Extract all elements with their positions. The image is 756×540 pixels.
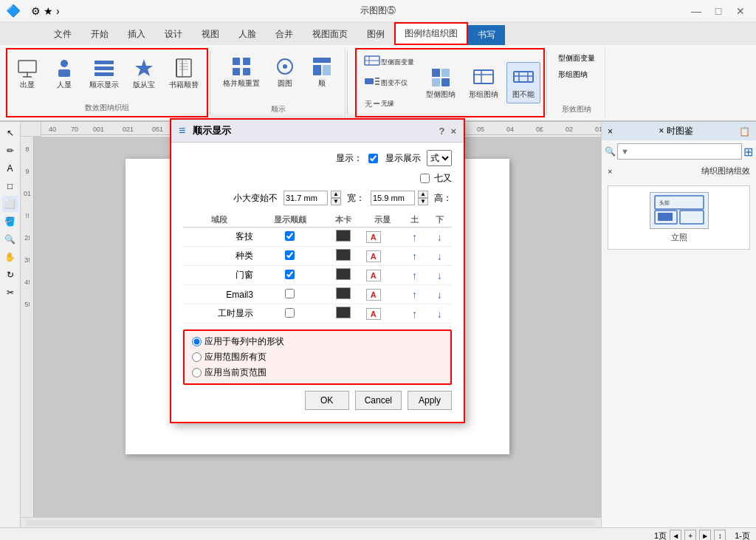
option-current-page-label: 应用当前页范围 bbox=[205, 366, 267, 379]
field-down-1: ↓ bbox=[427, 228, 452, 247]
up-arrow-1[interactable]: ↑ bbox=[412, 231, 417, 243]
field-name-3: 门窗 bbox=[183, 266, 256, 285]
up-arrow-2[interactable]: ↑ bbox=[412, 250, 417, 262]
dialog-title-text: 顺示显示 bbox=[193, 124, 231, 137]
cancel-button[interactable]: Cancel bbox=[355, 391, 402, 410]
field-color-2 bbox=[324, 247, 363, 266]
radio-current-page[interactable] bbox=[192, 368, 202, 377]
up-arrow-5[interactable]: ↑ bbox=[412, 308, 417, 320]
field-down-4: ↓ bbox=[427, 285, 452, 304]
color-btn-2[interactable] bbox=[336, 249, 351, 261]
down-arrow-1[interactable]: ↓ bbox=[437, 231, 442, 243]
col-show-col: 示显 bbox=[363, 213, 402, 228]
dialog-overlay: ≡ 顺示显示 ? × 显示： 显示展示 式 七又 bbox=[0, 0, 756, 540]
up-arrow-4[interactable]: ↑ bbox=[412, 289, 417, 301]
field-name-4: Email3 bbox=[183, 285, 256, 304]
fix-checkbox[interactable] bbox=[420, 174, 430, 183]
field-text-3: A bbox=[363, 266, 402, 285]
option-all-shapes[interactable]: 应用于每列中的形状 bbox=[192, 335, 443, 348]
visible-check-5[interactable] bbox=[285, 308, 295, 318]
visible-check-4[interactable] bbox=[285, 289, 295, 298]
col-color: 本卡 bbox=[324, 213, 363, 228]
col-down: 下 bbox=[427, 213, 452, 228]
col-field: 域段 bbox=[183, 213, 256, 228]
dialog-close-btn[interactable]: × bbox=[450, 126, 456, 137]
col-visible: 显示顺颇 bbox=[256, 213, 324, 228]
dialog-title-icon: ≡ bbox=[179, 124, 185, 137]
field-visible-2 bbox=[256, 247, 324, 266]
text-btn-2[interactable]: A bbox=[366, 250, 381, 262]
height-down-btn[interactable]: ▼ bbox=[418, 198, 428, 205]
text-btn-4[interactable]: A bbox=[366, 289, 381, 301]
dialog-help-btn[interactable]: ? bbox=[439, 126, 444, 137]
size-label: 小大变始不 bbox=[233, 192, 278, 205]
dialog-title-left: ≡ 顺示显示 bbox=[179, 124, 231, 137]
show-display-text: 显示展示 bbox=[385, 152, 421, 165]
field-visible-3 bbox=[256, 266, 324, 285]
field-name-2: 种类 bbox=[183, 247, 256, 266]
width-up-btn[interactable]: ▲ bbox=[331, 191, 341, 198]
table-row: 种类 A ↑ ↓ bbox=[183, 247, 452, 266]
display-dropdown[interactable]: 式 bbox=[427, 150, 452, 166]
field-visible-4 bbox=[256, 285, 324, 304]
visible-check-2[interactable] bbox=[285, 250, 295, 260]
down-arrow-2[interactable]: ↓ bbox=[437, 250, 442, 262]
height-label: 高： bbox=[434, 192, 452, 205]
apply-button[interactable]: Apply bbox=[408, 391, 452, 410]
col-up: 土 bbox=[402, 213, 427, 228]
height-input-group: ▲ ▼ bbox=[371, 191, 428, 205]
field-down-2: ↓ bbox=[427, 247, 452, 266]
text-btn-1[interactable]: A bbox=[366, 231, 381, 243]
fix-label: 七又 bbox=[434, 172, 452, 185]
option-all-pages[interactable]: 应用范围所有页 bbox=[192, 351, 443, 363]
down-arrow-3[interactable]: ↓ bbox=[437, 270, 442, 281]
field-up-1: ↑ bbox=[402, 228, 427, 247]
field-visible-5 bbox=[256, 304, 324, 324]
fix-row: 七又 bbox=[183, 172, 452, 185]
field-name-5: 工时显示 bbox=[183, 304, 256, 324]
field-up-5: ↑ bbox=[402, 304, 427, 324]
down-arrow-5[interactable]: ↓ bbox=[437, 308, 442, 320]
color-btn-3[interactable] bbox=[336, 268, 351, 280]
color-btn-5[interactable] bbox=[336, 307, 351, 318]
dialog-footer-options: 应用于每列中的形状 应用范围所有页 应用当前页范围 bbox=[183, 329, 452, 385]
dialog-buttons: OK Cancel Apply bbox=[183, 391, 452, 414]
radio-all-shapes[interactable] bbox=[192, 337, 202, 346]
height-input[interactable] bbox=[371, 191, 415, 205]
option-all-label: 应用于每列中的形状 bbox=[205, 335, 284, 348]
table-row: 门窗 A ↑ ↓ bbox=[183, 266, 452, 285]
height-up-btn[interactable]: ▲ bbox=[418, 191, 428, 198]
show-checkbox[interactable] bbox=[368, 154, 378, 163]
field-visible-1 bbox=[256, 228, 324, 247]
field-color-4 bbox=[324, 285, 363, 304]
width-input[interactable] bbox=[284, 191, 328, 205]
field-down-5: ↓ bbox=[427, 304, 452, 324]
down-arrow-4[interactable]: ↓ bbox=[437, 289, 442, 301]
color-btn-4[interactable] bbox=[336, 287, 351, 299]
width-down-btn[interactable]: ▼ bbox=[331, 198, 341, 205]
option-current-page[interactable]: 应用当前页范围 bbox=[192, 366, 443, 379]
show-display-row: 显示： 显示展示 式 bbox=[183, 150, 452, 166]
up-arrow-3[interactable]: ↑ bbox=[412, 270, 417, 281]
table-row: Email3 A ↑ ↓ bbox=[183, 285, 452, 304]
visible-check-3[interactable] bbox=[285, 270, 295, 279]
width-label: 宽： bbox=[347, 192, 365, 205]
height-spin: ▲ ▼ bbox=[418, 191, 428, 205]
dialog-shape-display: ≡ 顺示显示 ? × 显示： 显示展示 式 七又 bbox=[170, 118, 465, 423]
field-color-5 bbox=[324, 304, 363, 324]
field-text-5: A bbox=[363, 304, 402, 324]
ok-button[interactable]: OK bbox=[305, 391, 349, 410]
visible-check-1[interactable] bbox=[285, 231, 295, 241]
dialog-title-right: ? × bbox=[439, 126, 456, 137]
text-btn-5[interactable]: A bbox=[366, 308, 381, 320]
field-text-2: A bbox=[363, 247, 402, 266]
text-btn-3[interactable]: A bbox=[366, 270, 381, 281]
field-up-4: ↑ bbox=[402, 285, 427, 304]
field-up-2: ↑ bbox=[402, 247, 427, 266]
table-row: 工时显示 A ↑ ↓ bbox=[183, 304, 452, 324]
field-color-3 bbox=[324, 266, 363, 285]
field-name-1: 客技 bbox=[183, 228, 256, 247]
width-spin: ▲ ▼ bbox=[331, 191, 341, 205]
color-btn-1[interactable] bbox=[336, 230, 351, 242]
radio-all-pages[interactable] bbox=[192, 352, 202, 362]
